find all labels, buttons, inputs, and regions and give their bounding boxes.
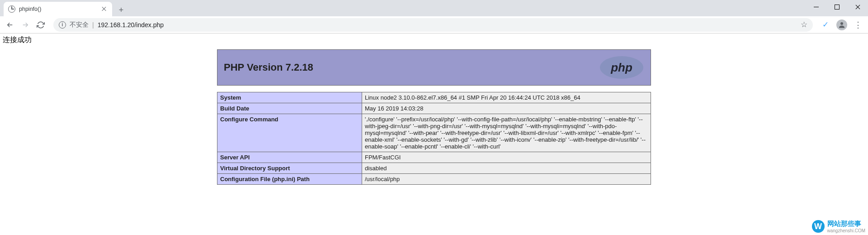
new-tab-button[interactable]: + [115,4,127,16]
browser-toolbar: i 不安全 | 192.168.1.20/index.php ☆ ✓ ⋮ [0,16,868,34]
info-value: FPM/FastCGI [362,152,651,163]
extension-icon[interactable]: ✓ [819,19,832,31]
info-key: Build Date [217,103,362,114]
info-value: disabled [362,163,651,174]
info-key: Configuration File (php.ini) Path [217,174,362,185]
info-value: May 16 2019 14:03:28 [362,103,651,114]
globe-icon [8,5,15,13]
watermark-badge: W [812,220,825,233]
php-logo: php [599,55,644,80]
back-button[interactable] [4,19,16,31]
info-icon[interactable]: i [59,21,66,29]
svg-point-0 [840,22,843,25]
table-row: Configuration File (php.ini) Path/usr/lo… [217,174,651,185]
window-minimize-button[interactable] [806,0,826,14]
info-value: Linux node2 3.10.0-862.el7.x86_64 #1 SMP… [362,92,651,103]
close-tab-icon[interactable] [100,5,108,13]
window-controls [806,0,868,14]
svg-text:php: php [610,61,632,74]
info-key: Server API [217,152,362,163]
watermark-line1: 网站那些事 [827,220,865,228]
security-label: 不安全 [70,21,89,29]
url-text: 192.168.1.20/index.php [98,21,164,29]
page-viewport[interactable]: 连接成功 PHP Version 7.2.18 php SystemLinux … [0,34,868,235]
phpinfo-table: SystemLinux node2 3.10.0-862.el7.x86_64 … [217,92,651,185]
browser-tabstrip: phpinfo() + [0,0,868,16]
connection-message: 连接成功 [0,34,868,49]
info-key: Configure Command [217,114,362,152]
table-row: Virtual Directory Supportdisabled [217,163,651,174]
tab-title: phpinfo() [19,6,97,12]
separator: | [92,21,94,29]
table-row: SystemLinux node2 3.10.0-862.el7.x86_64 … [217,92,651,103]
info-value: /usr/local/php [362,174,651,185]
table-row: Configure Command'./configure' '--prefix… [217,114,651,152]
forward-button[interactable] [19,19,32,31]
table-row: Server APIFPM/FastCGI [217,152,651,163]
reload-button[interactable] [34,19,47,31]
address-bar[interactable]: i 不安全 | 192.168.1.20/index.php ☆ [53,18,813,32]
info-value: './configure' '--prefix=/usr/local/php' … [362,114,651,152]
kebab-menu-icon[interactable]: ⋮ [852,19,864,31]
watermark-line2: wangzhenshi.COM [827,228,865,233]
phpinfo-header: PHP Version 7.2.18 php [217,49,651,86]
browser-tab-active[interactable]: phpinfo() [4,2,112,16]
info-key: Virtual Directory Support [217,163,362,174]
window-maximize-button[interactable] [826,0,847,14]
table-row: Build DateMay 16 2019 14:03:28 [217,103,651,114]
php-version-title: PHP Version 7.2.18 [224,62,313,73]
profile-avatar[interactable] [836,19,847,30]
bookmark-star-icon[interactable]: ☆ [801,20,807,29]
info-key: System [217,92,362,103]
phpinfo-container: PHP Version 7.2.18 php SystemLinux node2… [217,49,651,185]
watermark: W 网站那些事 wangzhenshi.COM [812,220,865,233]
window-close-button[interactable] [847,0,868,14]
